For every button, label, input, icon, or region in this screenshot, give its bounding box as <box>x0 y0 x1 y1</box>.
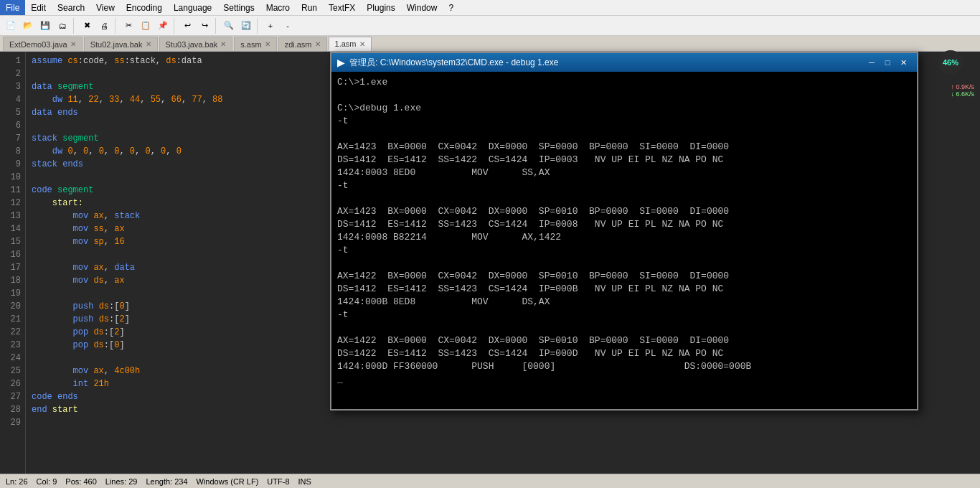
cmd-line <box>337 322 911 334</box>
tab-close-icon[interactable]: ✕ <box>146 40 151 48</box>
cmd-line: 1424:000B 8ED8 MOV DS,AX <box>337 296 911 309</box>
tab-close-icon[interactable]: ✕ <box>265 40 270 48</box>
menu-window[interactable]: Window <box>401 0 443 15</box>
status-lines-total: Lines: 29 <box>105 477 138 486</box>
cmd-line: -t <box>337 309 911 322</box>
menu-edit[interactable]: Edit <box>25 0 52 15</box>
cmd-titlebar[interactable]: ▶ 管理员: C:\Windows\system32\CMD.exe - deb… <box>331 53 917 72</box>
copy-button[interactable]: 📋 <box>138 18 154 34</box>
tab-1asm[interactable]: 1.asm ✕ <box>329 37 372 51</box>
zoom-out-button[interactable]: - <box>280 18 296 34</box>
network-circle: 46% <box>931 43 970 82</box>
cmd-line: _ <box>337 373 911 386</box>
cmd-line: -t <box>337 244 911 257</box>
tab-bar: ExtDemo03.java ✕ Stu02.java.bak ✕ Stu03.… <box>0 36 980 52</box>
cmd-line <box>337 128 911 141</box>
menu-help[interactable]: ? <box>443 0 459 15</box>
tab-stu03[interactable]: Stu03.java.bak ✕ <box>159 37 233 51</box>
replace-button[interactable]: 🔄 <box>238 18 254 34</box>
tab-zdiasm[interactable]: zdi.asm ✕ <box>278 37 327 51</box>
toolbar: 📄 📂 💾 🗂 ✖ 🖨 ✂ 📋 📌 ↩ ↪ 🔍 🔄 + - <box>0 16 980 36</box>
cmd-line: AX=1422 BX=0000 CX=0042 DX=0000 SP=0010 … <box>337 334 911 347</box>
cmd-line: AX=1423 BX=0000 CX=0042 DX=0000 SP=0010 … <box>337 205 911 218</box>
tab-label: s.asm <box>240 40 261 49</box>
cmd-line: AX=1423 BX=0000 CX=0042 DX=0000 SP=0000 … <box>337 141 911 154</box>
cmd-line: DS=1412 ES=1412 SS=1423 CS=1424 IP=0008 … <box>337 218 911 231</box>
cmd-close-button[interactable]: ✕ <box>895 56 911 69</box>
cmd-line: C:\>1.exe <box>337 76 911 89</box>
cmd-window: ▶ 管理员: C:\Windows\system32\CMD.exe - deb… <box>330 52 918 410</box>
print-button[interactable]: 🖨 <box>96 18 112 34</box>
cmd-line: DS=1412 ES=1412 SS=1422 CS=1424 IP=0003 … <box>337 154 911 166</box>
tab-label: 1.asm <box>335 39 357 48</box>
menu-file[interactable]: File <box>0 0 25 15</box>
toolbar-sep-4 <box>215 18 218 34</box>
cmd-maximize-button[interactable]: □ <box>880 56 895 69</box>
network-upload: ↑ 0.9K/s <box>931 83 974 90</box>
network-indicator: 46% ↑ 0.9K/s ↓ 6.6K/s <box>931 43 974 86</box>
tab-label: ExtDemo03.java <box>9 40 67 49</box>
close-button[interactable]: ✖ <box>79 18 95 34</box>
tab-close-icon[interactable]: ✕ <box>70 40 76 48</box>
paste-button[interactable]: 📌 <box>155 18 171 34</box>
zoom-in-button[interactable]: + <box>263 18 278 34</box>
status-length: Length: 234 <box>146 477 187 486</box>
cmd-line <box>337 89 911 102</box>
cmd-title-text: 管理员: C:\Windows\system32\CMD.exe - debug… <box>349 57 864 69</box>
status-line: Ln: 26 <box>6 477 28 486</box>
cmd-body[interactable]: C:\>1.exe C:\>debug 1.exe-t AX=1423 BX=0… <box>331 72 917 409</box>
status-line-type: Windows (CR LF) <box>197 477 259 486</box>
tab-close-icon[interactable]: ✕ <box>359 40 365 48</box>
cut-button[interactable]: ✂ <box>121 18 136 34</box>
cmd-line: 1424:000D FF360000 PUSH [0000] DS:0000=0… <box>337 360 911 373</box>
status-bar: Ln: 26 Col: 9 Pos: 460 Lines: 29 Length:… <box>0 474 980 488</box>
cmd-line: DS=1422 ES=1412 SS=1423 CS=1424 IP=000D … <box>337 347 911 360</box>
menu-language[interactable]: Language <box>168 0 217 15</box>
menu-macro[interactable]: Macro <box>260 0 296 15</box>
tab-close-icon[interactable]: ✕ <box>315 40 321 48</box>
toolbar-sep-3 <box>174 18 176 34</box>
menu-plugins[interactable]: Plugins <box>361 0 400 15</box>
menu-settings[interactable]: Settings <box>217 0 260 15</box>
save-button[interactable]: 💾 <box>37 18 53 34</box>
toolbar-sep-5 <box>257 18 260 34</box>
menu-textfx[interactable]: TextFX <box>323 0 361 15</box>
menu-run[interactable]: Run <box>296 0 323 15</box>
tab-label: zdi.asm <box>285 40 312 49</box>
cmd-icon: ▶ <box>337 57 345 68</box>
menu-encoding[interactable]: Encoding <box>121 0 168 15</box>
status-encoding: UTF-8 <box>267 477 289 486</box>
toolbar-sep-2 <box>115 18 118 34</box>
tab-close-icon[interactable]: ✕ <box>220 40 226 48</box>
save-all-button[interactable]: 🗂 <box>55 18 70 34</box>
undo-button[interactable]: ↩ <box>179 18 195 34</box>
cmd-minimize-button[interactable]: ─ <box>864 56 880 69</box>
menu-view[interactable]: View <box>90 0 121 15</box>
tab-stu02[interactable]: Stu02.java.bak ✕ <box>84 37 158 51</box>
network-download: ↓ 6.6K/s <box>931 90 974 98</box>
find-button[interactable]: 🔍 <box>221 18 237 34</box>
cmd-line: C:\>debug 1.exe <box>337 102 911 115</box>
menu-bar: File Edit Search View Encoding Language … <box>0 0 980 16</box>
code-line <box>32 416 974 429</box>
menu-search[interactable]: Search <box>52 0 90 15</box>
tab-sasm[interactable]: s.asm ✕ <box>234 37 276 51</box>
cmd-line: DS=1412 ES=1412 SS=1423 CS=1424 IP=000B … <box>337 283 911 296</box>
network-percent: 46% <box>938 50 963 75</box>
cmd-line: -t <box>337 115 911 128</box>
toolbar-sep-1 <box>73 18 76 34</box>
tab-extdemo03[interactable]: ExtDemo03.java ✕ <box>3 37 83 51</box>
redo-button[interactable]: ↪ <box>197 18 212 34</box>
cmd-line: AX=1422 BX=0000 CX=0042 DX=0000 SP=0010 … <box>337 270 911 283</box>
cmd-line <box>337 192 911 205</box>
cmd-line: 1424:0003 8ED0 MOV SS,AX <box>337 166 911 179</box>
status-pos: Pos: 460 <box>65 477 96 486</box>
tab-label: Stu03.java.bak <box>166 40 218 49</box>
open-button[interactable]: 📂 <box>20 18 36 34</box>
cmd-line: -t <box>337 179 911 192</box>
new-button[interactable]: 📄 <box>3 18 19 34</box>
status-ins: INS <box>298 477 311 486</box>
line-numbers: 1234567891011121314151617181920212223242… <box>0 52 26 474</box>
editor-area: 1234567891011121314151617181920212223242… <box>0 52 980 474</box>
status-col: Col: 9 <box>37 477 57 486</box>
